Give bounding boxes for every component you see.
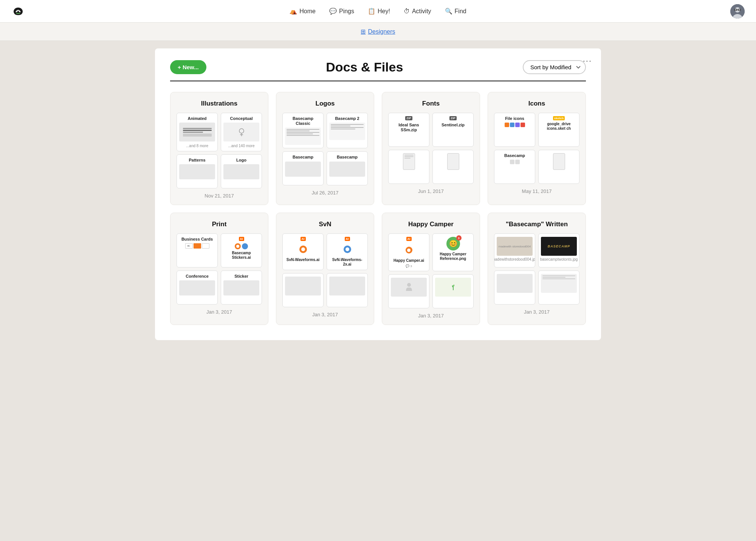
folder-title: Logos (282, 100, 368, 107)
folder-title: "Basecamp" Written (494, 221, 579, 228)
sort-select[interactable]: Sort by Modified Sort by Created Sort by… (523, 60, 586, 74)
body-icon (404, 282, 414, 292)
hey-icon: 📋 (368, 8, 375, 15)
page-title: Docs & Files (326, 60, 403, 75)
thumb-gdrive-icons: sketch google_drive icons.sket ch (538, 113, 579, 147)
folder-title: SvN (282, 221, 368, 228)
thumb-conceptual: Conceptual ...and 140 more (221, 113, 262, 151)
nav-home[interactable]: ⛺ Home (290, 8, 316, 15)
thumb-svn-waveforms: AI SvN-Waveforms.ai (282, 233, 324, 270)
folder-fonts[interactable]: Fonts ZIP Ideal Sans SSm.zip ZIP Sentine… (382, 92, 480, 205)
nav-find-label: Find (455, 8, 466, 15)
thumb-sticker: Sticker (221, 270, 262, 305)
thumb-madewith: madewith storedood004 madewithstoredood0… (494, 233, 535, 267)
nav-links: ⛺ Home 💬 Pings 📋 Hey! ⏱ Activity 🔍 Find (290, 8, 466, 15)
thumb-sentinel: ZIP Sentinel.zip (432, 113, 474, 147)
nav-pings[interactable]: 💬 Pings (329, 8, 354, 15)
breadcrumb-designers[interactable]: ⊞ Designers (361, 28, 395, 35)
thumb-bcw3 (494, 270, 535, 305)
user-avatar-image (730, 4, 745, 19)
thumb-bc2: Basecamp 2 (327, 113, 368, 148)
folder-title: Print (177, 221, 262, 228)
thumb-conference: Conference (177, 270, 218, 305)
folder-print[interactable]: Print Business Cards BC AI (170, 213, 268, 325)
nav-hey[interactable]: 📋 Hey! (368, 8, 390, 15)
folder-thumbnails: madewith storedood004 madewithstoredood0… (494, 233, 579, 305)
svg-point-1 (17, 11, 18, 12)
header-divider (170, 81, 586, 81)
avatar[interactable] (730, 4, 745, 19)
folder-date: Jul 26, 2017 (282, 190, 368, 196)
thumb-bcw4 (538, 270, 579, 305)
thumb-bc4: Basecamp (327, 151, 368, 185)
folder-thumbnails: ZIP Ideal Sans SSm.zip ZIP Sentinel.zip (388, 113, 474, 184)
folder-icons[interactable]: Icons File icons sketch google_drive ico… (488, 92, 586, 205)
thumb-svn4 (327, 273, 368, 307)
folder-thumbnails: Animated ...and 8 more Conceptual (177, 113, 262, 188)
thumb-logo: Logo (221, 154, 262, 188)
thumb-svn3 (282, 273, 324, 307)
thumb-bc-stickers: AI Basecamp Stickers.ai (221, 233, 262, 267)
folder-thumbnails: Business Cards BC AI Basec (177, 233, 262, 305)
top-navigation: ⛺ Home 💬 Pings 📋 Hey! ⏱ Activity 🔍 Find (0, 0, 756, 23)
folder-illustrations[interactable]: Illustrations Animated ...and 8 more (170, 92, 268, 205)
thumb-hc3 (388, 274, 429, 308)
thumb-happy-camper-ref: 😊 3 Happy Camper Reference.png (432, 233, 474, 271)
folder-date: Jan 3, 2017 (388, 313, 474, 319)
nav-pings-label: Pings (339, 8, 354, 15)
thumb-basecamp-written-img: BASECAMP basecamptwotonts.jpg (538, 233, 579, 267)
new-button[interactable]: + New... (170, 60, 206, 74)
breadcrumb-label: Designers (368, 28, 395, 35)
folder-logos[interactable]: Logos Basecamp Classic Basecamp 2 (276, 92, 374, 205)
thumb-svn-waveforms2x: AI SvN-Waveforms-2x.ai (327, 233, 368, 270)
pings-icon: 💬 (329, 8, 337, 15)
page-header: + New... Docs & Files Sort by Modified S… (170, 60, 586, 75)
grid-icon: ⊞ (361, 28, 366, 35)
thumb-font4 (432, 150, 474, 184)
main-content: ··· + New... Docs & Files Sort by Modifi… (155, 48, 601, 340)
folder-date: Jan 3, 2017 (494, 309, 579, 315)
thumb-hc4 (432, 274, 474, 308)
folder-date: Jan 3, 2017 (282, 312, 368, 317)
folder-title: Illustrations (177, 100, 262, 107)
thumb-patterns: Patterns (177, 154, 218, 188)
more-options-button[interactable]: ··· (583, 56, 592, 66)
nav-hey-label: Hey! (378, 8, 390, 15)
svg-point-2 (19, 11, 20, 12)
nav-home-label: Home (299, 8, 316, 15)
basecamp-logo[interactable] (11, 5, 25, 18)
folder-thumbnails: Basecamp Classic Basecamp 2 (282, 113, 368, 185)
thumb-happy-camper-ai: AI Happy Camper.ai 💬 3 (388, 233, 429, 271)
plant-icon (449, 283, 458, 292)
folder-basecamp-written[interactable]: "Basecamp" Written madewith storedood004… (488, 213, 586, 325)
folder-title: Happy Camper (388, 221, 474, 228)
svg-point-12 (407, 283, 411, 287)
nav-activity[interactable]: ⏱ Activity (404, 8, 431, 15)
folder-svn[interactable]: SvN AI SvN-Waveforms.ai AI (276, 213, 374, 325)
conceptual-icon (236, 126, 247, 138)
nav-find[interactable]: 🔍 Find (445, 8, 466, 15)
folder-thumbnails: File icons sketch google_drive icons.ske… (494, 113, 579, 184)
folder-date: Jan 3, 2017 (177, 309, 262, 315)
home-icon: ⛺ (290, 8, 297, 15)
breadcrumb-bar: ⊞ Designers (0, 23, 756, 41)
files-grid: Illustrations Animated ...and 8 more (170, 92, 586, 325)
thumb-font3 (388, 150, 429, 184)
folder-happy-camper[interactable]: Happy Camper AI Happy Camper.ai 💬 3 (382, 213, 480, 325)
activity-icon: ⏱ (404, 8, 410, 15)
thumb-animated: Animated ...and 8 more (177, 113, 218, 151)
folder-thumbnails: AI SvN-Waveforms.ai AI SvN (282, 233, 368, 307)
folder-date: Jun 1, 2017 (388, 188, 474, 194)
svg-point-9 (239, 129, 244, 133)
thumb-bc-classic: Basecamp Classic (282, 113, 324, 148)
thumb-basecamp-icons: Basecamp (494, 150, 535, 184)
thumb-bc3: Basecamp (282, 151, 324, 185)
folder-thumbnails: AI Happy Camper.ai 💬 3 😊 (388, 233, 474, 308)
folder-title: Fonts (388, 100, 474, 107)
thumb-business-cards: Business Cards BC (177, 233, 218, 267)
nav-activity-label: Activity (412, 8, 431, 15)
find-icon: 🔍 (445, 8, 452, 15)
thumb-file-icons: File icons (494, 113, 535, 147)
folder-date: Nov 21, 2017 (177, 193, 262, 199)
folder-date: May 11, 2017 (494, 188, 579, 194)
